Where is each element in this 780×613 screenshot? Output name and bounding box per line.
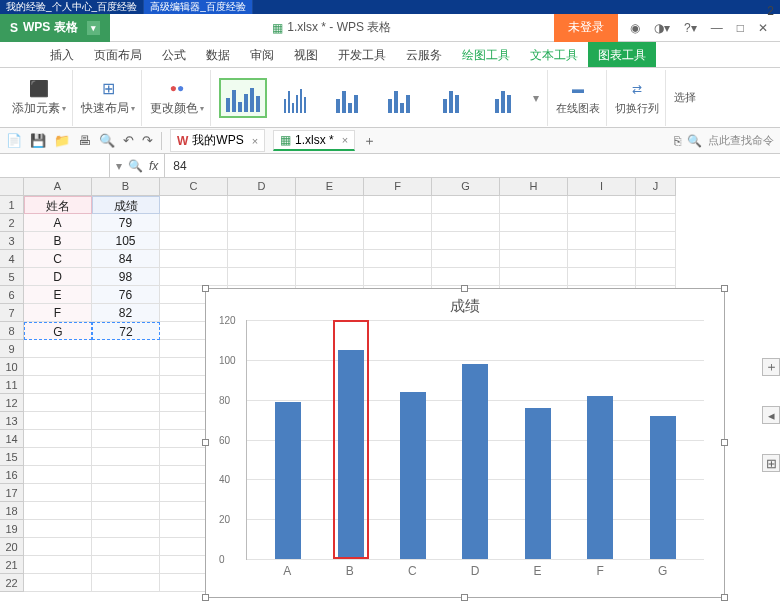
cell[interactable] <box>24 484 92 502</box>
cell[interactable]: 76 <box>92 286 160 304</box>
resize-handle[interactable] <box>721 439 728 446</box>
row-header[interactable]: 5 <box>0 268 24 286</box>
cell[interactable]: 72 <box>92 322 160 340</box>
cell[interactable] <box>92 484 160 502</box>
name-box[interactable] <box>0 154 110 177</box>
resize-handle[interactable] <box>202 439 209 446</box>
bar-slot[interactable] <box>331 320 371 559</box>
formula-input[interactable]: 84 <box>165 157 780 175</box>
cell[interactable] <box>500 232 568 250</box>
row-header[interactable]: 4 <box>0 250 24 268</box>
column-header[interactable]: E <box>296 178 364 196</box>
maximize-button[interactable]: □ <box>733 19 748 37</box>
row-header[interactable]: 13 <box>0 412 24 430</box>
cell[interactable] <box>364 268 432 286</box>
cell[interactable] <box>24 502 92 520</box>
cell[interactable] <box>432 214 500 232</box>
wps-home-tab[interactable]: W 我的WPS × <box>170 129 265 152</box>
resize-handle[interactable] <box>202 594 209 601</box>
cell[interactable] <box>92 358 160 376</box>
cell[interactable] <box>24 520 92 538</box>
cell[interactable]: G <box>24 322 92 340</box>
cell[interactable] <box>500 214 568 232</box>
row-header[interactable]: 12 <box>0 394 24 412</box>
cell[interactable] <box>636 196 676 214</box>
gallery-more-icon[interactable]: ▾ <box>531 89 541 107</box>
cell[interactable] <box>24 556 92 574</box>
tab-text-tools[interactable]: 文本工具 <box>520 42 588 67</box>
chart-style-2[interactable] <box>271 78 319 118</box>
cell[interactable] <box>296 250 364 268</box>
cell[interactable] <box>24 448 92 466</box>
cell[interactable]: 82 <box>92 304 160 322</box>
tab-dev-tools[interactable]: 开发工具 <box>328 42 396 67</box>
switch-row-col-button[interactable]: ⇄ 切换行列 <box>609 70 666 126</box>
column-header[interactable]: I <box>568 178 636 196</box>
cell[interactable] <box>160 268 228 286</box>
login-button[interactable]: 未登录 <box>554 14 618 42</box>
cell[interactable] <box>92 574 160 592</box>
cell[interactable] <box>568 250 636 268</box>
cell[interactable] <box>92 412 160 430</box>
quick-layout-button[interactable]: ⊞ 快速布局▾ <box>75 70 142 126</box>
cell[interactable] <box>24 412 92 430</box>
column-header[interactable]: H <box>500 178 568 196</box>
chart-style-4[interactable] <box>375 78 423 118</box>
row-header[interactable]: 6 <box>0 286 24 304</box>
cell[interactable] <box>636 268 676 286</box>
app-brand[interactable]: S WPS 表格 ▾ <box>0 14 110 42</box>
tab-drawing-tools[interactable]: 绘图工具 <box>452 42 520 67</box>
bar[interactable] <box>587 396 613 559</box>
bar[interactable] <box>275 402 301 559</box>
cell[interactable] <box>568 196 636 214</box>
row-header[interactable]: 10 <box>0 358 24 376</box>
cell[interactable] <box>228 250 296 268</box>
cell[interactable] <box>24 358 92 376</box>
row-header[interactable]: 8 <box>0 322 24 340</box>
tab-review[interactable]: 审阅 <box>240 42 284 67</box>
chart-title[interactable]: 成绩 <box>206 289 724 320</box>
row-header[interactable]: 20 <box>0 538 24 556</box>
cell[interactable] <box>636 250 676 268</box>
resize-handle[interactable] <box>721 594 728 601</box>
cell[interactable] <box>92 448 160 466</box>
row-header[interactable]: 15 <box>0 448 24 466</box>
side-collapse-icon[interactable]: ◂ <box>762 406 780 424</box>
bar[interactable] <box>462 364 488 559</box>
cell[interactable]: 84 <box>92 250 160 268</box>
cell[interactable]: B <box>24 232 92 250</box>
close-button[interactable]: ✕ <box>754 19 772 37</box>
cell[interactable] <box>24 538 92 556</box>
column-header[interactable]: B <box>92 178 160 196</box>
online-chart-button[interactable]: ▬ 在线图表 <box>550 70 607 126</box>
cell[interactable] <box>364 196 432 214</box>
cell[interactable] <box>24 430 92 448</box>
chart-style-6[interactable] <box>479 78 527 118</box>
tab-data[interactable]: 数据 <box>196 42 240 67</box>
cell[interactable] <box>228 268 296 286</box>
cell[interactable] <box>92 556 160 574</box>
cell[interactable]: 成绩 <box>92 196 160 214</box>
bar[interactable] <box>525 408 551 559</box>
name-box-dropdown-icon[interactable]: ▾ <box>116 159 122 173</box>
cell[interactable] <box>500 268 568 286</box>
cell[interactable] <box>24 466 92 484</box>
cell[interactable] <box>160 214 228 232</box>
tab-insert[interactable]: 插入 <box>40 42 84 67</box>
cell[interactable]: C <box>24 250 92 268</box>
row-header[interactable]: 16 <box>0 466 24 484</box>
embedded-chart[interactable]: 成绩 020406080100120 ABCDEFG <box>205 288 725 598</box>
change-color-button[interactable]: ●● 更改颜色▾ <box>144 70 211 126</box>
row-header[interactable]: 17 <box>0 484 24 502</box>
tab-cloud[interactable]: 云服务 <box>396 42 452 67</box>
cell[interactable] <box>24 574 92 592</box>
cell[interactable]: D <box>24 268 92 286</box>
cell[interactable] <box>24 376 92 394</box>
fx-icon[interactable]: fx <box>149 159 158 173</box>
row-header[interactable]: 9 <box>0 340 24 358</box>
close-tab-icon[interactable]: × <box>248 135 258 147</box>
cell[interactable] <box>92 376 160 394</box>
cell[interactable] <box>160 232 228 250</box>
minimize-button[interactable]: — <box>707 19 727 37</box>
bar[interactable] <box>400 392 426 559</box>
